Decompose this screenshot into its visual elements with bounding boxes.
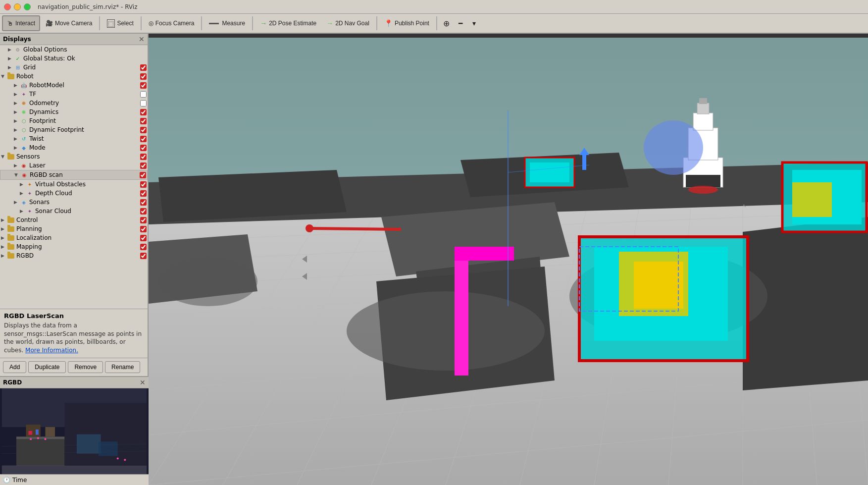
tree-item-laser[interactable]: ▶ ◉ Laser xyxy=(0,161,148,170)
nav-goal-button[interactable]: → 2D Nav Goal xyxy=(322,15,374,31)
extra-button-2[interactable]: ━ xyxy=(454,15,467,31)
tree-item-sonar-cloud[interactable]: ▶ ✦ Sonar Cloud xyxy=(0,207,148,216)
expand-planning[interactable]: ▶ xyxy=(1,226,7,231)
expand-mapping[interactable]: ▶ xyxy=(1,244,7,249)
tree-item-footprint[interactable]: ▶ ⬡ Footprint xyxy=(0,116,148,125)
dynamics-checkbox[interactable] xyxy=(140,109,147,115)
titlebar: navigation_public_sim.rviz* - RViz xyxy=(0,0,868,14)
expand-sensors[interactable]: ▼ xyxy=(1,154,7,159)
expand-depth-cloud[interactable]: ▶ xyxy=(20,191,26,196)
expand-tf[interactable]: ▶ xyxy=(14,92,20,97)
expand-sonars[interactable]: ▶ xyxy=(14,200,20,205)
twist-checkbox[interactable] xyxy=(140,136,147,142)
minimize-button[interactable] xyxy=(14,3,21,10)
expand-rgbd[interactable]: ▶ xyxy=(1,253,7,258)
pose-estimate-button[interactable]: → 2D Pose Estimate xyxy=(255,15,321,31)
expand-odometry[interactable]: ▶ xyxy=(14,101,20,106)
expand-global-status[interactable]: ▶ xyxy=(8,56,14,61)
tree-item-rgbd-scan[interactable]: ▼ ◉ RGBD scan xyxy=(0,170,148,180)
footprint-checkbox[interactable] xyxy=(140,118,147,124)
tree-item-robot-model[interactable]: ▶ 🤖 RobotModel xyxy=(0,81,148,90)
expand-footprint[interactable]: ▶ xyxy=(14,118,20,123)
rename-button[interactable]: Rename xyxy=(105,361,140,373)
mapping-checkbox[interactable] xyxy=(140,244,147,250)
depth-cloud-checkbox[interactable] xyxy=(140,190,147,197)
expand-control[interactable]: ▶ xyxy=(1,217,7,222)
tree-item-localization[interactable]: ▶ Localization xyxy=(0,233,148,242)
tree-item-sensors[interactable]: ▼ Sensors xyxy=(0,152,148,161)
3d-scene: ↖ xyxy=(149,34,868,485)
rgbd-close-button[interactable]: ✕ xyxy=(140,378,146,386)
rgbd-viewport[interactable] xyxy=(0,388,149,485)
expand-dynamics[interactable]: ▶ xyxy=(14,109,20,114)
robot-model-checkbox[interactable] xyxy=(140,82,147,89)
rgbd-folder-checkbox[interactable] xyxy=(140,253,147,259)
measure-button[interactable]: Measure xyxy=(204,15,250,31)
expand-sonar-cloud[interactable]: ▶ xyxy=(20,209,26,214)
expand-mode[interactable]: ▶ xyxy=(14,145,20,150)
tree-item-mode[interactable]: ▶ ◆ Mode xyxy=(0,143,148,152)
maximize-button[interactable] xyxy=(24,3,31,10)
tree-item-grid[interactable]: ▶ ⊞ Grid xyxy=(0,63,148,72)
tree-item-robot[interactable]: ▼ Robot xyxy=(0,72,148,81)
robot-checkbox[interactable] xyxy=(140,73,147,80)
move-camera-button[interactable]: 🎥 Move Camera xyxy=(41,15,97,31)
remove-button[interactable]: Remove xyxy=(68,361,103,373)
extra-button-3[interactable]: ▾ xyxy=(468,15,480,31)
sonar-cloud-checkbox[interactable] xyxy=(140,208,147,215)
tree-item-control[interactable]: ▶ Control xyxy=(0,216,148,224)
grid-checkbox[interactable] xyxy=(140,64,147,71)
tree-item-virtual-obstacles[interactable]: ▶ ✦ Virtual Obstacles xyxy=(0,180,148,189)
tree-item-dynamic-footprint[interactable]: ▶ ⬡ Dynamic Footprint xyxy=(0,125,148,134)
tree-item-global-status[interactable]: ▶ ✓ Global Status: Ok xyxy=(0,54,148,63)
interact-button[interactable]: 🖱 Interact xyxy=(2,15,40,31)
publish-point-button[interactable]: 📍 Publish Point xyxy=(380,15,434,31)
localization-checkbox[interactable] xyxy=(140,235,147,241)
planning-checkbox[interactable] xyxy=(140,226,147,232)
more-info-link[interactable]: More Information. xyxy=(25,347,78,354)
rgbd-scan-checkbox[interactable] xyxy=(140,172,146,178)
add-button[interactable]: Add xyxy=(3,361,26,373)
expand-grid[interactable]: ▶ xyxy=(8,65,14,70)
tree-item-twist[interactable]: ▶ ↺ Twist xyxy=(0,134,148,143)
odometry-checkbox[interactable] xyxy=(140,100,147,107)
control-checkbox[interactable] xyxy=(140,217,147,223)
sonars-checkbox[interactable] xyxy=(140,199,147,206)
close-button[interactable] xyxy=(4,3,11,10)
expand-robot[interactable]: ▼ xyxy=(1,74,7,79)
tree-item-dynamics[interactable]: ▶ ❋ Dynamics xyxy=(0,108,148,116)
expand-dynamic-footprint[interactable]: ▶ xyxy=(14,127,20,132)
focus-camera-button[interactable]: ◎ Focus Camera xyxy=(144,15,199,31)
expand-global-options[interactable]: ▶ xyxy=(8,47,14,52)
extra-button-1[interactable]: ⊕ xyxy=(440,15,453,31)
time-label: Time xyxy=(12,477,27,484)
robot-folder-icon xyxy=(7,72,15,80)
tree-item-rgbd-folder[interactable]: ▶ RGBD xyxy=(0,251,148,260)
tf-checkbox[interactable] xyxy=(140,91,147,98)
displays-list[interactable]: ▶ ⚙ Global Options ▶ ✓ Global Status: Ok… xyxy=(0,45,148,309)
expand-virtual-obstacles[interactable]: ▶ xyxy=(20,182,26,187)
tree-item-mapping[interactable]: ▶ Mapping xyxy=(0,242,148,251)
select-button[interactable]: ⬚ Select xyxy=(102,15,138,31)
sensors-checkbox[interactable] xyxy=(140,154,147,160)
displays-close-button[interactable]: ✕ xyxy=(139,35,145,43)
duplicate-button[interactable]: Duplicate xyxy=(28,361,66,373)
grid-label: Grid xyxy=(23,64,138,71)
expand-localization[interactable]: ▶ xyxy=(1,235,7,240)
tree-item-sonars[interactable]: ▶ ◈ Sonars xyxy=(0,198,148,207)
tree-item-tf[interactable]: ▶ ✦ TF xyxy=(0,90,148,99)
mode-checkbox[interactable] xyxy=(140,145,147,151)
3d-viewport[interactable]: ↖ xyxy=(149,34,868,485)
laser-checkbox[interactable] xyxy=(140,162,147,169)
tree-item-planning[interactable]: ▶ Planning xyxy=(0,224,148,233)
expand-rgbd-scan[interactable]: ▼ xyxy=(14,172,20,177)
expand-laser[interactable]: ▶ xyxy=(14,163,20,168)
twist-icon: ↺ xyxy=(20,135,28,143)
expand-robot-model[interactable]: ▶ xyxy=(14,83,20,88)
virtual-obstacles-checkbox[interactable] xyxy=(140,181,147,188)
tree-item-odometry[interactable]: ▶ ❋ Odometry xyxy=(0,99,148,108)
dynamic-footprint-checkbox[interactable] xyxy=(140,127,147,133)
tree-item-global-options[interactable]: ▶ ⚙ Global Options xyxy=(0,45,148,54)
tree-item-depth-cloud[interactable]: ▶ ✦ Depth Cloud xyxy=(0,189,148,198)
expand-twist[interactable]: ▶ xyxy=(14,136,20,141)
